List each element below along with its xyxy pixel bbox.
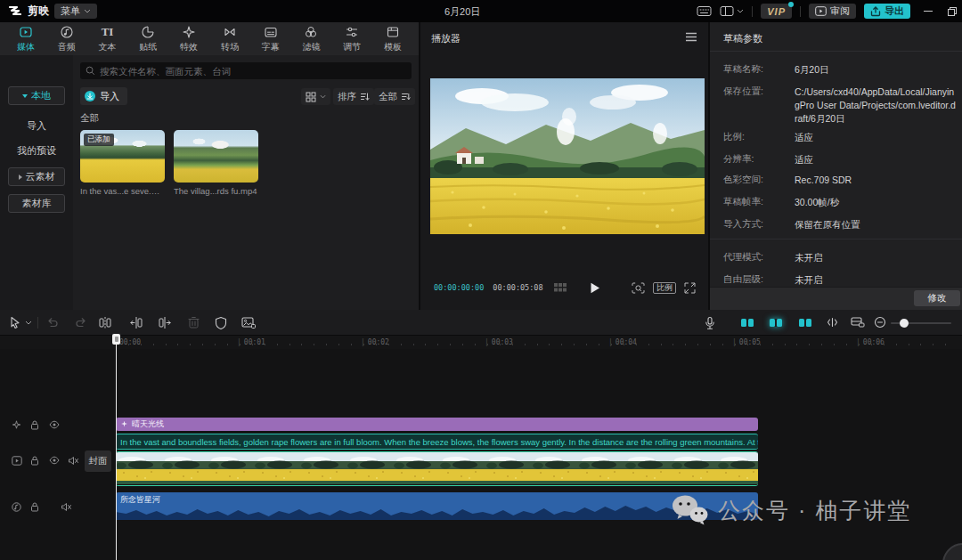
- import-media-button[interactable]: 导入: [80, 87, 127, 105]
- param-label: 草稿名称:: [723, 63, 763, 76]
- mute-icon[interactable]: [68, 456, 78, 466]
- delete-left-button[interactable]: [130, 316, 143, 329]
- split-adjust-icon[interactable]: [826, 316, 839, 329]
- review-icon: [815, 6, 827, 16]
- player-title: 播放器: [431, 32, 461, 45]
- chevron-down-icon[interactable]: [25, 321, 32, 325]
- tab-effects[interactable]: 特效: [168, 22, 209, 55]
- search-icon: [86, 66, 95, 76]
- fullscreen-icon[interactable]: [684, 282, 696, 294]
- sort-icon: [360, 92, 370, 101]
- mute-icon[interactable]: [61, 502, 71, 512]
- chevron-down-icon: [320, 94, 326, 99]
- params-title: 草稿参数: [723, 32, 762, 45]
- linkage-toggle-icon[interactable]: [770, 319, 782, 327]
- playhead-line[interactable]: [116, 336, 117, 560]
- select-tool-button[interactable]: [9, 316, 21, 329]
- preview-focus-icon[interactable]: [632, 282, 645, 294]
- subtitle-clip[interactable]: In the vast and boundless fields, golden…: [116, 434, 758, 450]
- tab-filters[interactable]: 滤镜: [291, 22, 332, 55]
- tab-sticker[interactable]: 贴纸: [127, 22, 168, 55]
- divider: [710, 51, 962, 52]
- zoom-out-icon[interactable]: [874, 316, 886, 329]
- frame-preview-icon[interactable]: [554, 283, 567, 292]
- vip-button[interactable]: VIP: [761, 4, 792, 19]
- layout-switch-button[interactable]: [720, 5, 744, 17]
- effect-track-icon: [12, 420, 21, 430]
- shortcut-keyboard-icon[interactable]: [697, 5, 712, 17]
- filter-all-button[interactable]: 全部: [374, 88, 415, 105]
- tab-media[interactable]: 媒体: [5, 22, 46, 55]
- play-button[interactable]: [590, 282, 600, 294]
- snap-toggle-icon[interactable]: [741, 319, 754, 327]
- param-label: 自由层级:: [723, 273, 763, 286]
- templates-icon: [386, 25, 400, 39]
- timeline-ruler[interactable]: 00:00 |00:01 |00:02 |00:03 |00:04 |00:05…: [0, 336, 962, 349]
- timeline-zoom-slider[interactable]: [891, 322, 951, 325]
- lock-icon[interactable]: [30, 456, 39, 466]
- media-item-thumbnail[interactable]: 已添加: [80, 130, 165, 183]
- preview-axis-toggle-icon[interactable]: [799, 319, 811, 327]
- captions-icon: [264, 25, 278, 39]
- cover-button[interactable]: 封面: [85, 450, 111, 472]
- video-preview[interactable]: [430, 78, 705, 234]
- ratio-button[interactable]: 比例: [653, 282, 676, 294]
- titlebar: 剪映 菜单 6月20日 VIP 审阅: [0, 0, 962, 22]
- sidebar-item-presets[interactable]: 我的预设: [0, 144, 73, 158]
- menu-button[interactable]: 菜单: [54, 4, 97, 19]
- delete-button[interactable]: [188, 316, 200, 329]
- audio-clip[interactable]: 所念皆星河: [116, 492, 758, 520]
- mask-icon[interactable]: [215, 316, 227, 329]
- split-button[interactable]: [99, 316, 111, 329]
- ruler-ticks: [116, 344, 953, 345]
- track-view-icon[interactable]: [851, 316, 865, 329]
- tab-captions[interactable]: 字幕: [250, 22, 291, 55]
- tab-transitions[interactable]: 转场: [209, 22, 250, 55]
- playhead-handle[interactable]: [112, 334, 120, 345]
- eye-icon[interactable]: [49, 456, 60, 465]
- export-button[interactable]: 导出: [864, 4, 910, 19]
- review-button[interactable]: 审阅: [809, 4, 856, 19]
- tab-text[interactable]: TI 文本: [87, 22, 128, 55]
- effect-clip[interactable]: 晴天光线: [116, 418, 758, 431]
- search-input[interactable]: [100, 66, 406, 77]
- media-sidebar: 本地 导入 我的预设 云素材 素材库: [0, 55, 73, 310]
- sidebar-item-cloud[interactable]: 云素材: [8, 167, 65, 186]
- eye-icon[interactable]: [49, 420, 60, 429]
- filter-icon: [401, 92, 411, 101]
- minimize-button[interactable]: [924, 11, 933, 12]
- video-clip[interactable]: [116, 451, 758, 486]
- divider: [800, 6, 801, 17]
- zoom-slider-handle[interactable]: [900, 319, 909, 328]
- transitions-icon: [223, 25, 237, 39]
- player-menu-icon[interactable]: [685, 32, 697, 42]
- effect-icon: [120, 420, 128, 428]
- tab-templates[interactable]: 模板: [372, 22, 413, 55]
- media-item-thumbnail[interactable]: [174, 130, 258, 183]
- lock-icon[interactable]: [30, 420, 39, 430]
- sort-button[interactable]: 排序: [333, 88, 374, 105]
- media-item-name: The villag...rds fu.mp4: [174, 186, 260, 196]
- search-bar: [80, 62, 412, 79]
- grid-view-icon: [306, 92, 316, 102]
- lock-icon[interactable]: [30, 502, 39, 512]
- redo-button[interactable]: [75, 316, 87, 329]
- undo-button[interactable]: [46, 316, 59, 329]
- sidebar-item-library[interactable]: 素材库: [8, 194, 65, 213]
- adjust-icon: [345, 25, 359, 39]
- param-value: 保留在原有位置: [795, 218, 957, 231]
- freeze-frame-icon[interactable]: [241, 316, 256, 329]
- sticker-icon: [141, 25, 155, 39]
- tab-adjust[interactable]: 调节: [331, 22, 372, 55]
- chevron-down-icon: [737, 9, 744, 13]
- divider: [37, 317, 38, 329]
- view-mode-button[interactable]: [301, 88, 330, 105]
- tab-audio[interactable]: 音频: [46, 22, 87, 55]
- sidebar-item-import[interactable]: 导入: [0, 119, 73, 133]
- delete-right-button[interactable]: [159, 316, 171, 329]
- sidebar-item-local[interactable]: 本地: [8, 86, 65, 105]
- modify-button[interactable]: 修改: [914, 290, 960, 306]
- restore-window-button[interactable]: [948, 7, 957, 16]
- param-value: Rec.709 SDR: [795, 174, 957, 187]
- record-voiceover-icon[interactable]: [704, 316, 716, 330]
